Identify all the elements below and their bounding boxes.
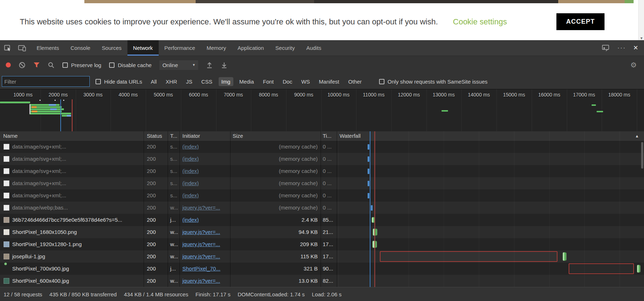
throttling-select[interactable]: Online ▼ [159, 60, 198, 70]
sort-arrow-icon[interactable]: ▲ [635, 131, 639, 141]
request-initiator[interactable]: (index) [182, 165, 199, 177]
column-header-size[interactable]: Size [233, 131, 243, 141]
timeline-tick-label: 7000 ms [224, 92, 243, 98]
filter-pill-doc[interactable]: Doc [280, 77, 295, 86]
export-har-icon[interactable] [221, 61, 228, 69]
column-header-name[interactable]: Name [3, 131, 18, 141]
tab-elements[interactable]: Elements [31, 40, 65, 56]
timeline-overview[interactable]: 1000 ms2000 ms3000 ms4000 ms5000 ms6000 … [0, 89, 644, 131]
request-initiator[interactable]: jquery.js?ver=... [182, 250, 220, 263]
status-segment: Load: 2.06 s [312, 291, 342, 297]
table-row[interactable]: ShortPixel_1920x1280-1.png200w...jquery.… [0, 238, 644, 250]
table-row[interactable]: data:image/svg+xml;...200s...(index)(mem… [0, 177, 644, 189]
filter-pill-xhr[interactable]: XHR [163, 77, 180, 86]
overview-load-line [72, 99, 73, 131]
tab-audits[interactable]: Audits [300, 40, 327, 56]
request-initiator[interactable]: ShortPixel_70... [182, 263, 220, 275]
waterfall-cached-tick [368, 181, 369, 186]
scrollbar-down-icon[interactable]: ▼ [639, 36, 644, 40]
file-icon [4, 144, 9, 150]
tab-performance[interactable]: Performance [159, 40, 201, 56]
column-header-waterfall[interactable]: Waterfall [340, 131, 361, 141]
request-type: w... [170, 226, 178, 238]
filter-pill-other[interactable]: Other [345, 77, 365, 86]
request-initiator[interactable]: (index) [182, 189, 199, 202]
table-row[interactable]: ShortPixel_700x900.jpg200j...ShortPixel_… [0, 263, 644, 275]
request-size: 115 KB [300, 250, 318, 263]
request-initiator[interactable]: (index) [182, 214, 199, 226]
table-row[interactable]: data:image/svg+xml;...200s...(index)(mem… [0, 141, 644, 153]
request-size: 2.4 KB [302, 214, 318, 226]
request-initiator[interactable]: (index) [182, 177, 199, 189]
tab-sources[interactable]: Sources [96, 40, 127, 56]
filter-input[interactable] [2, 76, 90, 87]
table-row[interactable]: ShortPixel_600x400.jpg200w...jquery.js?v… [0, 275, 644, 287]
waterfall-gridline [373, 131, 374, 287]
table-row[interactable]: data:image/svg+xml;...200s...(index)(mem… [0, 153, 644, 165]
import-har-icon[interactable] [206, 61, 213, 69]
request-size: (memory cache) [279, 177, 318, 189]
request-initiator[interactable]: (index) [182, 153, 199, 165]
request-initiator[interactable]: jquery.js?ver=... [182, 226, 220, 238]
tab-console[interactable]: Console [65, 40, 96, 56]
filter-pill-ws[interactable]: WS [298, 77, 313, 86]
request-type: j... [170, 263, 176, 275]
inspect-element-icon[interactable] [4, 44, 12, 52]
tab-memory[interactable]: Memory [201, 40, 232, 56]
timeline-gridline [637, 89, 637, 131]
settings-gear-icon[interactable]: ⚙ [630, 61, 637, 69]
device-toolbar-icon[interactable] [18, 44, 27, 52]
hide-data-urls-checkbox[interactable] [95, 79, 101, 84]
timeline-tick-label: 5000 ms [154, 92, 173, 98]
request-initiator[interactable]: jquery.js?ver=... [182, 275, 220, 287]
disable-cache-checkbox[interactable] [109, 62, 115, 68]
browser-scrollbar[interactable]: ▼ [638, 0, 644, 42]
table-row[interactable]: data:image/svg+xml;...200s...(index)(mem… [0, 189, 644, 202]
preserve-log-checkbox[interactable] [62, 62, 68, 68]
request-initiator[interactable]: jquery.js?ver=... [182, 238, 220, 250]
webpage-strip [0, 0, 644, 3]
request-type: w... [170, 275, 178, 287]
filter-pill-manifest[interactable]: Manifest [316, 77, 342, 86]
request-initiator[interactable]: jquery.js?ver=... [182, 202, 220, 214]
tab-application[interactable]: Application [232, 40, 270, 56]
request-size: 94.9 KB [299, 226, 318, 238]
table-row[interactable]: 36b7246d466d7bcc795e0e5f6378d4e6?s=5...2… [0, 214, 644, 226]
tab-security[interactable]: Security [270, 40, 300, 56]
filter-pill-js[interactable]: JS [183, 77, 195, 86]
cookie-settings-link[interactable]: Cookie settings [453, 17, 507, 27]
record-button[interactable] [6, 62, 11, 67]
table-row[interactable]: data:image/webp;bas...200w...jquery.js?v… [0, 202, 644, 214]
waterfall-gridline [338, 131, 339, 287]
samesite-checkbox[interactable] [379, 79, 384, 84]
column-header-initiator[interactable]: Initiator [182, 131, 200, 141]
filter-funnel-icon[interactable] [33, 62, 40, 68]
more-options-icon[interactable]: ··· [617, 44, 626, 52]
table-row[interactable]: josepllui-1.jpg200w...jquery.js?ver=...1… [0, 250, 644, 263]
clear-icon[interactable] [19, 62, 25, 69]
close-devtools-icon[interactable]: ✕ [633, 44, 638, 52]
overview-request-bar [61, 113, 71, 114]
remote-devices-icon[interactable] [602, 44, 610, 52]
timeline-tick-label: 11000 ms [363, 92, 384, 98]
column-header-type[interactable]: T... [170, 131, 177, 141]
table-row[interactable]: ShortPixel_1680x1050.png200w...jquery.js… [0, 226, 644, 238]
overview-domcontentloaded-line [60, 99, 61, 131]
status-segment: Finish: 17.17 s [195, 291, 230, 297]
filter-pill-img[interactable]: Img [219, 77, 233, 86]
accept-button[interactable]: ACCEPT [556, 13, 605, 30]
filter-pill-all[interactable]: All [148, 77, 160, 86]
hide-data-urls-label: Hide data URLs [104, 79, 142, 85]
filter-pill-css[interactable]: CSS [199, 77, 215, 86]
request-initiator[interactable]: (index) [182, 141, 199, 153]
filter-pill-media[interactable]: Media [237, 77, 257, 86]
search-icon[interactable] [48, 62, 55, 69]
column-header-status[interactable]: Status [147, 131, 162, 141]
tab-network[interactable]: Network [127, 40, 159, 56]
column-header-time[interactable]: Ti... [323, 131, 331, 141]
table-scrollbar[interactable] [641, 142, 643, 169]
image-thumbnail-icon [4, 241, 9, 247]
filter-pill-font[interactable]: Font [260, 77, 276, 86]
table-row[interactable]: data:image/svg+xml;...200s...(index)(mem… [0, 165, 644, 177]
column-divider [179, 131, 180, 287]
